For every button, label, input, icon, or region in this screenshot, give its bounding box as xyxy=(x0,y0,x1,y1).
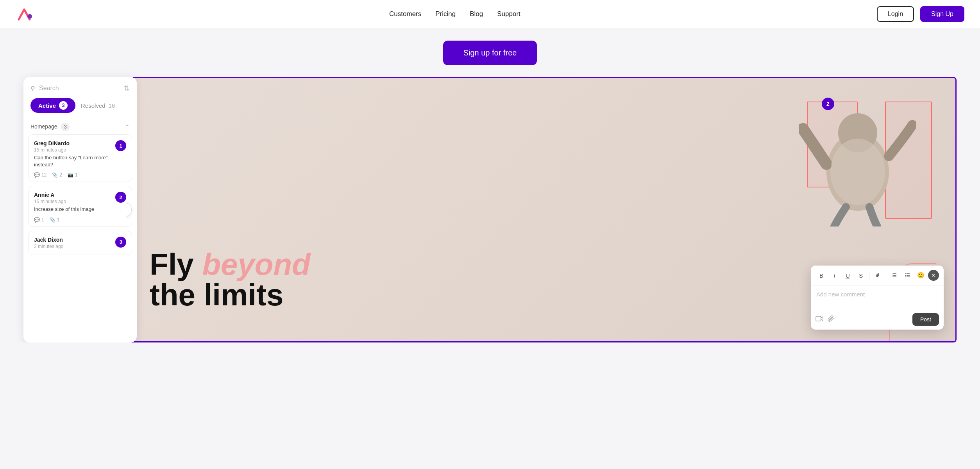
toolbar-italic[interactable]: I xyxy=(829,269,841,281)
comment-info-1: Greg DiNardo 15 minutes ago xyxy=(34,140,70,153)
tab-active[interactable]: Active 3 xyxy=(30,98,75,113)
tab-active-label: Active xyxy=(38,102,56,109)
svg-text:3: 3 xyxy=(892,276,893,278)
toolbar-strikethrough[interactable]: S xyxy=(855,269,867,281)
nav-links: Customers Pricing Blog Support xyxy=(389,10,520,18)
editor-body[interactable]: Add new comment xyxy=(811,285,944,309)
comment-time-1: 15 minutes ago xyxy=(34,147,70,153)
editor-close-button[interactable]: ✕ xyxy=(928,270,939,281)
toolbar-bold[interactable]: B xyxy=(815,269,827,281)
search-icon: ⚲ xyxy=(30,85,35,92)
comment-info-3: Jack Dixon 3 minutes ago xyxy=(34,237,63,249)
editor-placeholder: Add new comment xyxy=(816,291,865,298)
comment-images-1: 📷 1 xyxy=(68,172,78,178)
toolbar-underline[interactable]: U xyxy=(842,269,854,281)
search-label: Search xyxy=(39,85,120,92)
image-icon-1: 📷 xyxy=(68,172,73,178)
canvas-text-fly: Fly xyxy=(150,247,194,282)
comment-author-1: Greg DiNardo xyxy=(34,140,70,146)
main-content: ⚲ Search ⇅ Active 3 Resolved 16 Homepage… xyxy=(0,73,980,342)
comment-author-3: Jack Dixon xyxy=(34,237,63,243)
svg-point-0 xyxy=(27,14,32,19)
attach-icon-2: 📎 xyxy=(50,217,55,223)
toolbar-unordered-list[interactable] xyxy=(902,269,914,281)
toolbar-separator-2 xyxy=(886,271,886,279)
comment-time-2: 15 minutes ago xyxy=(34,199,66,204)
comment-top-3: Jack Dixon 3 minutes ago 3 xyxy=(34,237,126,249)
toolbar-ordered-list[interactable]: 123 xyxy=(889,269,900,281)
comment-badge-1: 1 xyxy=(115,140,126,151)
navbar: Customers Pricing Blog Support Login Sig… xyxy=(0,0,980,28)
post-button[interactable]: Post xyxy=(912,313,939,326)
comment-replies-2: 💬 1 xyxy=(34,217,44,223)
attachment-icon[interactable] xyxy=(827,315,835,325)
section-count: 3 xyxy=(61,123,70,131)
tab-resolved[interactable]: Resolved 16 xyxy=(75,98,120,113)
toolbar-link[interactable] xyxy=(872,269,883,281)
logo xyxy=(16,5,33,23)
login-button[interactable]: Login xyxy=(877,6,914,22)
canvas-inner: 2 xyxy=(126,78,955,341)
comment-text-2: Increase size of this image xyxy=(34,206,126,213)
hero-area: Sign up for free xyxy=(0,28,980,73)
search-row: ⚲ Search ⇅ xyxy=(30,84,130,93)
editor-footer-icons xyxy=(815,315,835,325)
signup-button[interactable]: Sign Up xyxy=(920,6,964,22)
collapse-icon[interactable]: ⌃ xyxy=(125,123,130,131)
svg-point-3 xyxy=(830,139,885,205)
comment-card-3[interactable]: Jack Dixon 3 minutes ago 3 xyxy=(28,231,132,255)
nav-pricing[interactable]: Pricing xyxy=(435,10,456,18)
canvas-person-image xyxy=(799,94,916,226)
comment-meta-1: 💬 12 📎 2 📷 1 xyxy=(34,172,126,178)
nav-blog[interactable]: Blog xyxy=(470,10,483,18)
nav-customers[interactable]: Customers xyxy=(389,10,421,18)
canvas-area: ‹ 2 xyxy=(125,77,957,342)
reply-icon-2: 💬 xyxy=(34,217,40,223)
canvas-text-beyond: beyond xyxy=(202,247,310,282)
nav-support[interactable]: Support xyxy=(497,10,520,18)
comment-top-2: Annie A 15 minutes ago 2 xyxy=(34,192,126,204)
comment-editor: B I U S 123 🙂 ✕ xyxy=(811,266,944,330)
comment-top-1: Greg DiNardo 15 minutes ago 1 xyxy=(34,140,126,153)
svg-point-15 xyxy=(905,276,906,277)
sidebar-header: ⚲ Search ⇅ Active 3 Resolved 16 xyxy=(23,77,137,117)
editor-footer: Post xyxy=(811,309,944,330)
comment-attachments-1: 📎 2 xyxy=(52,172,62,178)
comment-badge-3: 3 xyxy=(115,237,126,248)
section-label: Homepage 3 xyxy=(30,123,70,131)
canvas-headline: Fly beyond the limits xyxy=(150,249,311,310)
svg-point-14 xyxy=(905,275,906,276)
svg-rect-16 xyxy=(816,316,821,321)
comment-replies-1: 💬 12 xyxy=(34,172,46,178)
comment-author-2: Annie A xyxy=(34,192,66,198)
attach-icon-1: 📎 xyxy=(52,172,58,178)
comment-badge-2: 2 xyxy=(115,192,126,203)
nav-actions: Login Sign Up xyxy=(877,6,964,22)
video-icon[interactable] xyxy=(815,315,823,325)
comment-meta-2: 💬 1 📎 1 xyxy=(34,217,126,223)
toolbar-emoji[interactable]: 🙂 xyxy=(915,269,926,281)
sort-icon[interactable]: ⇅ xyxy=(124,84,130,93)
comment-info-2: Annie A 15 minutes ago xyxy=(34,192,66,204)
svg-point-13 xyxy=(905,273,906,274)
reply-icon-1: 💬 xyxy=(34,172,40,178)
tab-row: Active 3 Resolved 16 xyxy=(30,98,130,113)
comment-text-1: Can the button say "Learn more" instead? xyxy=(34,154,126,168)
editor-toolbar: B I U S 123 🙂 ✕ xyxy=(811,266,944,285)
comment-attachments-2: 📎 1 xyxy=(50,217,60,223)
sidebar-panel: ⚲ Search ⇅ Active 3 Resolved 16 Homepage… xyxy=(23,77,137,342)
tab-active-badge: 3 xyxy=(59,101,68,110)
comment-card-2[interactable]: Annie A 15 minutes ago 2 Increase size o… xyxy=(28,186,132,226)
canvas-text-limits: the limits xyxy=(150,280,311,310)
signup-hero-button[interactable]: Sign up for free xyxy=(443,41,537,65)
toolbar-separator-1 xyxy=(869,271,869,279)
comment-time-3: 3 minutes ago xyxy=(34,244,63,249)
tab-resolved-badge: 16 xyxy=(109,102,115,109)
section-header: Homepage 3 ⌃ xyxy=(23,117,137,134)
comment-card-1[interactable]: Greg DiNardo 15 minutes ago 1 Can the bu… xyxy=(28,134,132,182)
tab-resolved-label: Resolved xyxy=(81,102,106,109)
